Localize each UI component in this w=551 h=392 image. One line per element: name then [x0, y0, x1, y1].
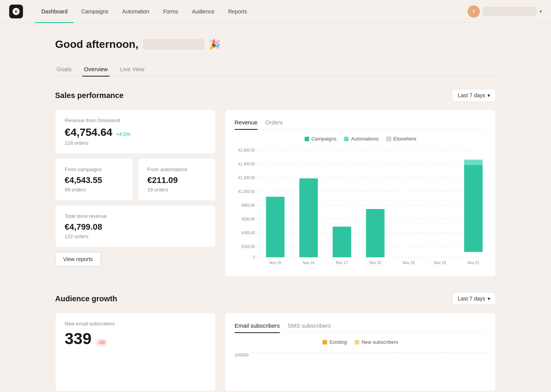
- svg-text:Nov 15: Nov 15: [269, 261, 281, 265]
- bar-nov21-automations: [464, 160, 483, 165]
- legend-elsewhere: Elsewhere: [386, 136, 417, 142]
- nav-right: I ▾: [468, 5, 542, 18]
- avatar[interactable]: I: [468, 5, 480, 18]
- svg-text:Nov 16: Nov 16: [303, 261, 315, 265]
- sales-period-label: Last 7 days: [458, 92, 485, 98]
- username-bar: [483, 7, 536, 16]
- svg-text:€400.00: €400.00: [241, 231, 255, 235]
- campaigns-value: €4,543.55: [65, 175, 124, 185]
- legend-automations-dot: [344, 137, 349, 141]
- svg-text:Nov 19: Nov 19: [403, 261, 414, 265]
- legend-existing-label: Existing: [329, 339, 347, 345]
- chart-tab-sms-subscribers[interactable]: SMS subscribers: [287, 321, 331, 333]
- legend-automations: Automations: [344, 136, 378, 142]
- view-reports-container: View reports: [55, 252, 216, 266]
- new-subscribers-value: 339: [65, 330, 91, 348]
- nav-chevron-icon[interactable]: ▾: [540, 9, 542, 14]
- greeting: Good afternoon, 🎉: [55, 38, 496, 51]
- legend-elsewhere-dot: [386, 137, 391, 141]
- campaigns-sub: 99 orders: [65, 187, 124, 193]
- store-revenue-sub: 122 orders: [65, 234, 206, 239]
- logo[interactable]: [9, 5, 23, 18]
- greeting-emoji: 🎉: [209, 39, 220, 50]
- svg-text:€800.00: €800.00: [241, 203, 255, 207]
- legend-existing: Existing: [323, 339, 347, 345]
- audience-y-label: 100000: [235, 353, 249, 357]
- legend-campaigns: Campaigns: [305, 136, 337, 142]
- svg-text:Nov 17: Nov 17: [336, 261, 348, 265]
- bar-chart-wrapper: €1,600.00 €1,400.00 €1,200.00 €1,000.00 …: [235, 146, 486, 269]
- campaigns-label: From campaigns: [65, 167, 124, 172]
- sales-grid: Revenue from Omnisend €4,754.64 +4.5% 11…: [55, 109, 496, 277]
- bar-nov18: [366, 209, 385, 257]
- page-tabs: Goals Overview Live View: [55, 63, 496, 77]
- bar-nov16: [299, 178, 318, 257]
- revenue-omnisend-badge: +4.5%: [116, 131, 130, 137]
- legend-automations-label: Automations: [351, 136, 378, 142]
- navbar: Dashboard Campaigns Automation Forms Aud…: [0, 0, 551, 23]
- sales-period-chevron-icon: ▾: [487, 92, 490, 98]
- audience-subscribers-card: New email subscribers 339 -89: [55, 313, 216, 391]
- svg-text:€600.00: €600.00: [241, 217, 255, 221]
- store-revenue-label: Total store revenue: [65, 213, 206, 219]
- audience-chart-body: 100000: [235, 350, 486, 383]
- campaigns-automations-cards: From campaigns €4,543.55 99 orders From …: [55, 158, 216, 201]
- bar-nov17: [333, 227, 351, 257]
- svg-text:€1,000.00: €1,000.00: [238, 189, 255, 194]
- nav-reports[interactable]: Reports: [222, 5, 253, 18]
- audience-period-chevron-icon: ▾: [487, 296, 490, 302]
- svg-text:€1,200.00: €1,200.00: [238, 176, 255, 180]
- legend-new-subscribers-label: New subscribers: [362, 339, 398, 345]
- svg-text:€200.00: €200.00: [241, 245, 255, 249]
- chart-tabs: Revenue Orders: [235, 118, 486, 130]
- audience-chart-placeholder: [252, 353, 486, 383]
- audience-period-dropdown[interactable]: Last 7 days ▾: [452, 292, 496, 305]
- bar-nov15: [266, 197, 284, 257]
- greeting-name-placeholder: [143, 39, 204, 50]
- legend-elsewhere-label: Elsewhere: [393, 136, 417, 142]
- tab-overview[interactable]: Overview: [82, 63, 109, 76]
- audience-section: Audience growth Last 7 days ▾ New email …: [55, 292, 496, 391]
- nav-campaigns[interactable]: Campaigns: [75, 5, 115, 18]
- new-subscribers-badge: -89: [95, 339, 107, 346]
- revenue-omnisend-label: Revenue from Omnisend: [65, 118, 206, 123]
- audience-chart-tabs: Email subscribers SMS subscribers: [235, 321, 486, 333]
- svg-text:0: 0: [253, 255, 255, 260]
- legend-existing-dot: [323, 340, 327, 345]
- svg-text:€1,600.00: €1,600.00: [238, 148, 255, 152]
- nav-forms[interactable]: Forms: [157, 5, 184, 18]
- sales-title: Sales performance: [55, 91, 124, 100]
- audience-section-header: Audience growth Last 7 days ▾: [55, 292, 496, 305]
- chart-tab-orders[interactable]: Orders: [265, 118, 283, 129]
- audience-chart-legend: Existing New subscribers: [235, 339, 486, 345]
- automations-label: From automations: [147, 167, 206, 172]
- revenue-omnisend-value-row: €4,754.64 +4.5%: [65, 126, 206, 139]
- tab-live-view[interactable]: Live View: [119, 63, 146, 76]
- automations-sub: 19 orders: [147, 187, 206, 193]
- nav-dashboard[interactable]: Dashboard: [35, 5, 74, 18]
- chart-tab-email-subscribers[interactable]: Email subscribers: [235, 321, 280, 333]
- tab-goals[interactable]: Goals: [55, 63, 73, 76]
- sales-cards: Revenue from Omnisend €4,754.64 +4.5% 11…: [55, 109, 216, 277]
- greeting-text: Good afternoon,: [55, 38, 139, 51]
- svg-text:Nov 20: Nov 20: [434, 261, 446, 265]
- sales-period-dropdown[interactable]: Last 7 days ▾: [452, 89, 496, 102]
- chart-legend: Campaigns Automations Elsewhere: [235, 136, 486, 142]
- audience-chart-area: Email subscribers SMS subscribers Existi…: [225, 313, 496, 391]
- sales-section-header: Sales performance Last 7 days ▾: [55, 89, 496, 102]
- revenue-chart-area: Revenue Orders Campaigns Automations Els…: [225, 109, 496, 277]
- revenue-omnisend-value: €4,754.64: [65, 126, 112, 139]
- chart-tab-revenue[interactable]: Revenue: [235, 118, 258, 129]
- bar-nov21-campaigns: [464, 165, 483, 252]
- nav-automation[interactable]: Automation: [116, 5, 155, 18]
- revenue-omnisend-card: Revenue from Omnisend €4,754.64 +4.5% 11…: [55, 109, 216, 154]
- nav-links: Dashboard Campaigns Automation Forms Aud…: [35, 5, 468, 18]
- audience-period-label: Last 7 days: [458, 296, 485, 302]
- campaigns-card: From campaigns €4,543.55 99 orders: [55, 158, 133, 201]
- view-reports-button[interactable]: View reports: [55, 252, 101, 266]
- store-revenue-value: €4,799.08: [65, 222, 206, 232]
- legend-campaigns-label: Campaigns: [311, 136, 337, 142]
- new-subscribers-value-row: 339 -89: [65, 330, 206, 348]
- store-revenue-card: Total store revenue €4,799.08 122 orders: [55, 205, 216, 247]
- nav-audience[interactable]: Audience: [186, 5, 220, 18]
